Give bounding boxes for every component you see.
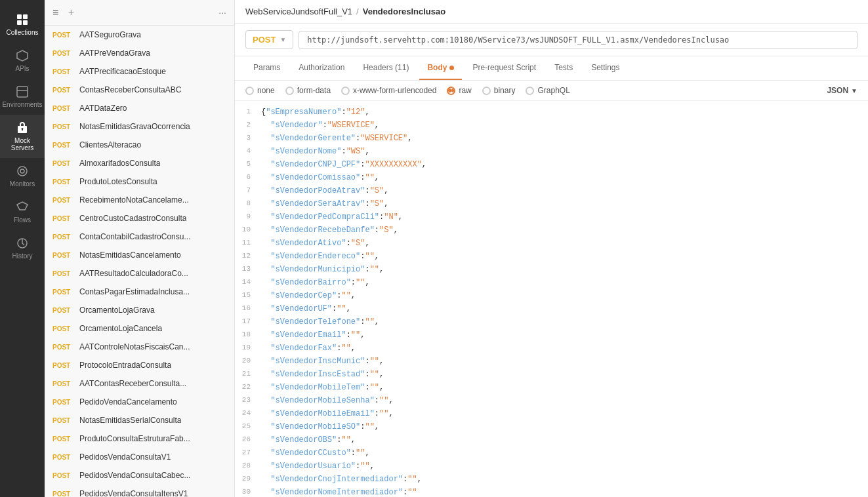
list-item[interactable]: POSTNotasEmitidasCancelamento xyxy=(45,246,234,264)
list-item[interactable]: POSTAATContasReceberConsulta... xyxy=(45,374,234,393)
line-number: 19 xyxy=(235,342,261,354)
list-item[interactable]: POSTProtocoloEntradaConsulta xyxy=(45,356,234,374)
list-item[interactable]: POSTOrcamentoLojaCancela xyxy=(45,319,234,338)
list-item[interactable]: POSTAATPreVendaGrava xyxy=(45,44,234,62)
body-option-binary[interactable]: binary xyxy=(482,86,516,95)
list-item[interactable]: POSTContasReceberConsultaABC xyxy=(45,81,234,99)
item-name: PedidosVendaConsultaCabec... xyxy=(79,471,190,480)
tab-params[interactable]: Params xyxy=(245,56,288,80)
item-name: ProdutoConsultaEstruturaFab... xyxy=(79,434,190,443)
item-name: AATDataZero xyxy=(79,104,127,113)
list-item[interactable]: POSTClientesAlteracao xyxy=(45,136,234,154)
list-item[interactable]: POSTPedidosVendaConsultaItensV1 xyxy=(45,485,234,497)
breadcrumb-parent: WebServiceJundsoftFull_V1 xyxy=(245,7,352,16)
line-content: "sVendedorNome":"WS", xyxy=(261,146,868,158)
method-badge: POST xyxy=(52,123,75,130)
method-badge: POST xyxy=(52,233,75,241)
method-select[interactable]: POST ▼ xyxy=(245,30,293,49)
body-option-raw[interactable]: raw xyxy=(447,86,471,95)
svg-point-8 xyxy=(20,169,24,173)
sidebar-item-environments[interactable]: Environments xyxy=(0,79,45,115)
list-item[interactable]: POSTAATPrecificacaoEstoque xyxy=(45,62,234,81)
line-content: "sVendedorFax":"", xyxy=(261,342,868,355)
tab-authorization[interactable]: Authorization xyxy=(291,56,352,80)
list-item[interactable]: POSTProdutoConsultaEstruturaFab... xyxy=(45,429,234,448)
collections-list: POSTAATSeguroGravaPOSTAATPreVendaGravaPO… xyxy=(45,26,234,497)
tab-body[interactable]: Body xyxy=(419,56,462,80)
list-item[interactable]: POSTAlmoxarifadosConsulta xyxy=(45,154,234,172)
line-content: "sVendedorUsuario":"", xyxy=(261,460,868,473)
line-content: "sVendedorAtivo":"S", xyxy=(261,237,868,250)
body-option-graphql[interactable]: GraphQL xyxy=(526,86,569,95)
list-item[interactable]: POSTOrcamentoLojaGrava xyxy=(45,301,234,319)
flows-icon xyxy=(16,201,29,214)
list-item[interactable]: POSTCentroCustoCadastroConsulta xyxy=(45,209,234,228)
item-name: PedidosVendaConsultaItensV1 xyxy=(79,489,188,497)
method-badge: POST xyxy=(52,31,75,39)
method-badge: POST xyxy=(52,399,75,406)
list-item[interactable]: POSTContasPagarEstimadaInclusa... xyxy=(45,283,234,301)
line-content: "sVendedorInscMunic":"", xyxy=(261,355,868,368)
line-number: 6 xyxy=(235,172,261,184)
method-badge: POST xyxy=(52,417,75,424)
sidebar-item-apis[interactable]: APIs xyxy=(0,43,45,79)
line-content: "sVendedorCnojIntermediador":"", xyxy=(261,473,868,486)
sidebar-item-mock-servers-label: Mock Servers xyxy=(3,137,41,151)
tab-tests[interactable]: Tests xyxy=(547,56,581,80)
line-number: 4 xyxy=(235,146,261,157)
code-editor[interactable]: 1{"sEmpresaNumero":"12",2 "sVendedor":"W… xyxy=(235,101,868,497)
list-item[interactable]: POSTNotasEmitidasGravaOcorrencia xyxy=(45,117,234,136)
method-badge: POST xyxy=(52,307,75,314)
breadcrumb-separator: / xyxy=(356,7,359,16)
breadcrumb-current: VendedoresInclusao xyxy=(363,7,445,16)
json-dropdown[interactable]: JSON▼ xyxy=(827,86,858,95)
line-number: 8 xyxy=(235,198,261,210)
sidebar-item-monitors[interactable]: Monitors xyxy=(0,158,45,194)
list-item[interactable]: POSTAATResultadoCalculadoraCo... xyxy=(45,264,234,283)
line-number: 1 xyxy=(235,106,261,118)
list-item[interactable]: POSTAATControleNotasFiscaisCan... xyxy=(45,338,234,356)
collections-more-icon[interactable]: ··· xyxy=(218,7,226,18)
sidebar-item-flows-label: Flows xyxy=(14,216,31,224)
body-option-x-www-form-urlencoded[interactable]: x-www-form-urlencoded xyxy=(341,86,436,95)
tab-headers[interactable]: Headers (11) xyxy=(355,56,417,80)
line-number: 23 xyxy=(235,395,261,407)
list-item[interactable]: POSTPedidoVendaCancelamento xyxy=(45,393,234,411)
svg-marker-4 xyxy=(17,50,28,61)
method-dropdown-icon: ▼ xyxy=(279,36,286,43)
tab-settings[interactable]: Settings xyxy=(583,56,627,80)
method-badge: POST xyxy=(52,472,75,479)
svg-rect-1 xyxy=(23,14,28,19)
method-badge: POST xyxy=(52,160,75,167)
url-input[interactable] xyxy=(299,31,858,49)
sidebar-item-monitors-label: Monitors xyxy=(10,180,35,188)
item-name: OrcamentoLojaGrava xyxy=(79,306,155,315)
lock-icon xyxy=(16,121,29,134)
tab-pre-request-script[interactable]: Pre-request Script xyxy=(465,56,544,80)
svg-rect-0 xyxy=(17,14,22,19)
list-item[interactable]: POSTPedidosVendaConsultaV1 xyxy=(45,448,234,466)
sidebar-item-flows[interactable]: Flows xyxy=(0,194,45,230)
body-option-form-data[interactable]: form-data xyxy=(285,86,331,95)
list-item[interactable]: POSTAATSeguroGrava xyxy=(45,26,234,44)
list-item[interactable]: POSTNotasEmitidasSerialConsulta xyxy=(45,411,234,429)
line-number: 18 xyxy=(235,329,261,341)
body-option-none[interactable]: none xyxy=(245,86,275,95)
sidebar-item-collections[interactable]: Collections xyxy=(0,7,45,43)
list-item[interactable]: POSTProdutoLotesConsulta xyxy=(45,172,234,191)
method-badge: POST xyxy=(52,178,75,186)
list-item[interactable]: POSTRecebimentoNotaCancelame... xyxy=(45,191,234,209)
sidebar-item-history[interactable]: History xyxy=(0,230,45,266)
method-badge: POST xyxy=(52,454,75,461)
item-name: RecebimentoNotaCancelame... xyxy=(79,195,189,205)
list-item[interactable]: POSTAATDataZero xyxy=(45,99,234,117)
list-item[interactable]: POSTContaContabilCadastroConsu... xyxy=(45,228,234,246)
radio-label-none: none xyxy=(257,86,275,95)
list-item[interactable]: POSTPedidosVendaConsultaCabec... xyxy=(45,466,234,485)
line-content: "sVendedorMunicipio":"", xyxy=(261,264,868,276)
table-row: 6 "sVendedorComissao":"", xyxy=(235,172,868,185)
collections-header: ≡ + ··· xyxy=(45,0,234,26)
add-collection-button[interactable]: + xyxy=(64,5,78,20)
radio-label-binary: binary xyxy=(494,86,516,95)
sidebar-item-mock-servers[interactable]: Mock Servers xyxy=(0,115,45,158)
